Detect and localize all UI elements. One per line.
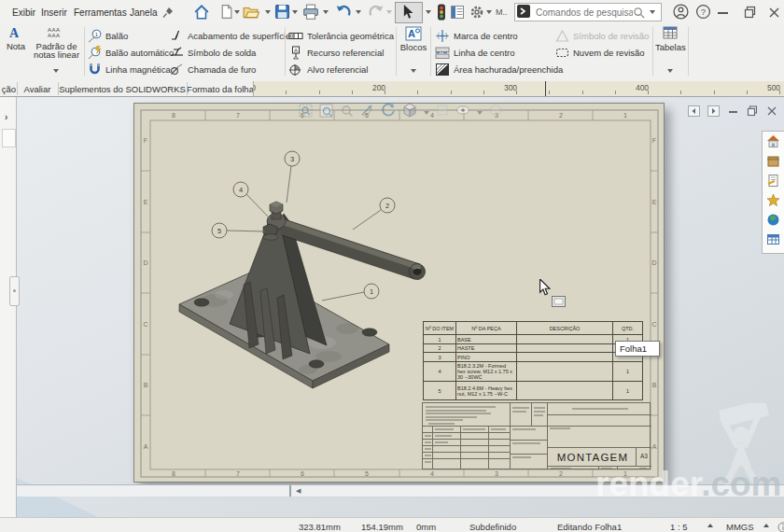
- settings-gear-icon[interactable]: [469, 5, 484, 23]
- tab-anotacao[interactable]: ção: [0, 81, 16, 96]
- status-scale-caret[interactable]: [707, 524, 713, 527]
- doc-minimize-button[interactable]: [729, 111, 737, 113]
- tabelas-button[interactable]: Tabelas: [655, 24, 685, 78]
- new-document-icon[interactable]: [218, 4, 234, 23]
- zoom-fit-icon[interactable]: [299, 104, 313, 118]
- chamada-furo-button[interactable]: Chamada de furo: [170, 61, 256, 77]
- menu-ferramentas[interactable]: Ferramentas: [74, 7, 127, 18]
- taskpane-home-icon[interactable]: [766, 134, 780, 152]
- undo-icon[interactable]: [335, 4, 352, 24]
- redo-icon: [368, 4, 385, 24]
- title-block[interactable]: MONTAGEM A3: [422, 402, 651, 469]
- linha-centro-button[interactable]: Linha de centro: [435, 44, 515, 61]
- print-icon[interactable]: [302, 4, 319, 24]
- solidworks-search-logo-icon: [517, 5, 530, 21]
- search-box[interactable]: [514, 3, 662, 21]
- nuvem-revisao-button[interactable]: Nuvem de revisão: [555, 44, 645, 61]
- panel-tab[interactable]: [2, 129, 16, 147]
- balloon-icon: 1: [88, 29, 102, 43]
- view-orientation-caret[interactable]: [424, 111, 429, 115]
- options-list-icon[interactable]: [450, 5, 465, 23]
- menu-exibir[interactable]: Exibir: [12, 7, 35, 18]
- blocos-caret[interactable]: [411, 69, 416, 73]
- search-input[interactable]: [534, 5, 635, 20]
- scrollbar-left-arrow[interactable]: ◀: [296, 487, 301, 495]
- undo-caret[interactable]: [356, 10, 361, 14]
- revision-symbol-icon: [555, 29, 569, 43]
- paper-size-label: A3: [637, 453, 651, 459]
- search-magnifier-icon[interactable]: [633, 6, 645, 22]
- view-orientation-cube-icon[interactable]: [402, 103, 417, 118]
- user-account-icon[interactable]: [673, 4, 689, 23]
- heads-up-toolbar[interactable]: [299, 102, 502, 119]
- open-icon[interactable]: [243, 4, 259, 24]
- doc-restore-button[interactable]: [747, 104, 759, 120]
- zoom-icon[interactable]: [340, 104, 354, 118]
- status-info-icon[interactable]: [777, 520, 784, 532]
- padrao-notas-caret[interactable]: [53, 69, 59, 73]
- select-tool-button[interactable]: [395, 2, 423, 23]
- select-tool-caret[interactable]: [426, 10, 431, 14]
- close-button[interactable]: [768, 6, 780, 22]
- restore-button[interactable]: [744, 6, 757, 22]
- zoom-area-icon[interactable]: [319, 104, 333, 118]
- balao-automatico-button[interactable]: Balão automático: [88, 44, 174, 61]
- status-scale[interactable]: 1 : 5: [670, 522, 688, 532]
- hide-show-items-icon[interactable]: [455, 105, 470, 116]
- help-icon[interactable]: ?: [695, 4, 711, 23]
- settings-caret[interactable]: [486, 10, 492, 14]
- doc-forward-button[interactable]: [707, 104, 720, 120]
- status-units[interactable]: MMGS: [726, 522, 754, 532]
- print-caret[interactable]: [323, 10, 329, 14]
- acabamento-superficie-button[interactable]: Acabamento de superfície: [170, 27, 290, 44]
- linha-magnetica-button[interactable]: Linha magnética: [88, 61, 171, 77]
- tab-formato-folha[interactable]: Formato da folha: [188, 81, 253, 96]
- bom-table[interactable]: Nº DO ITEM Nº DA PEÇA DESCRIÇÃO QTD. 1BA…: [423, 321, 643, 400]
- taskpane-3dcontent-icon[interactable]: [766, 213, 780, 231]
- tolerancia-geometrica-button[interactable]: Tolerância geométrica: [288, 27, 394, 44]
- save-icon[interactable]: [274, 4, 290, 23]
- hide-show-caret[interactable]: [477, 111, 483, 115]
- menu-janela[interactable]: Janela: [130, 7, 157, 18]
- pin-icon[interactable]: [161, 6, 174, 22]
- expand-panel-arrow[interactable]: ›: [5, 112, 7, 122]
- tabelas-caret[interactable]: [667, 69, 673, 73]
- feature-manager-collapsed-panel[interactable]: ›: [0, 97, 17, 517]
- section-view-icon[interactable]: [360, 104, 374, 118]
- open-caret[interactable]: [265, 10, 271, 14]
- minimize-button[interactable]: [718, 12, 728, 14]
- taskpane-design-library-icon[interactable]: [766, 174, 780, 191]
- task-pane-strip[interactable]: [762, 131, 784, 254]
- marca-centro-button[interactable]: Marca de centro: [435, 27, 518, 44]
- rotate-view-icon[interactable]: [381, 103, 396, 118]
- document-window-controls[interactable]: [688, 104, 781, 117]
- display-style-icon: [436, 104, 449, 117]
- scrollbar-splitter[interactable]: [289, 485, 291, 497]
- new-document-caret[interactable]: [234, 10, 240, 14]
- alvo-referencial-button[interactable]: Alvo referencial: [288, 61, 368, 77]
- menu-inserir[interactable]: Inserir: [41, 7, 67, 18]
- tab-suplementos[interactable]: Suplementos do SOLIDWORKS: [59, 81, 186, 96]
- area-hachurada-button[interactable]: Área hachurada/preenchida: [435, 61, 563, 77]
- panel-splitter-handle[interactable]: [9, 276, 20, 306]
- home-icon[interactable]: [193, 4, 210, 24]
- balao-button[interactable]: 1 Balão: [88, 27, 128, 44]
- taskpane-resources-icon[interactable]: [766, 154, 780, 172]
- graphics-area[interactable]: › 87654321 87654321 FEDCBA FEDCBA: [0, 97, 784, 517]
- taskpane-appearances-icon[interactable]: [766, 193, 780, 211]
- overflow-label[interactable]: M..: [496, 7, 508, 17]
- status-units-caret[interactable]: [763, 524, 769, 527]
- rebuild-traffic-light-icon[interactable]: [435, 4, 448, 24]
- taskpane-custom-properties-icon[interactable]: [766, 232, 780, 250]
- save-caret[interactable]: [292, 10, 298, 14]
- simbolo-solda-button[interactable]: Símbolo de solda: [170, 44, 256, 61]
- recurso-referencial-button[interactable]: A Recurso referencial: [288, 44, 384, 61]
- nota-button[interactable]: A Nota: [2, 24, 30, 78]
- tab-avaliar[interactable]: Avaliar: [18, 81, 57, 96]
- doc-close-button[interactable]: [766, 104, 777, 120]
- padrao-notas-button[interactable]: AAAAAA Padrão de notas linear: [31, 24, 82, 78]
- blocos-button[interactable]: A Blocos: [399, 24, 428, 78]
- status-y-coordinate: 154.19mm: [361, 522, 403, 532]
- doc-back-button[interactable]: [688, 104, 700, 120]
- search-caret[interactable]: [650, 10, 655, 14]
